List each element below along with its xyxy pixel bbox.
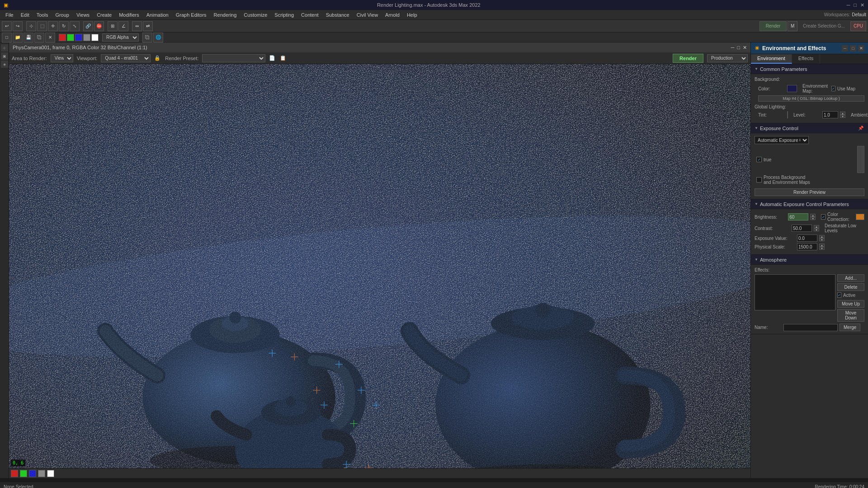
select-btn[interactable]: ⊹ [26, 21, 36, 31]
contrast-up-btn[interactable]: ▲ [814, 225, 819, 228]
tab-effects[interactable]: Effects [792, 54, 820, 64]
color-white-indicator[interactable] [47, 470, 54, 477]
atmosphere-active-cb[interactable] [837, 292, 841, 298]
effects-move-up-btn[interactable]: Move Up [837, 300, 864, 308]
tint-color-swatch[interactable] [787, 111, 788, 118]
merge-btn[interactable]: Merge [840, 324, 860, 331]
effects-delete-btn[interactable]: Delete [837, 283, 864, 291]
unlink-btn[interactable]: ⛔ [94, 21, 104, 31]
align-btn[interactable]: ⇄ [143, 21, 153, 31]
menu-edit[interactable]: Edit [17, 11, 33, 19]
menu-file[interactable]: File [2, 11, 17, 19]
exposure-pin-icon[interactable]: 📌 [858, 126, 864, 131]
contrast-spinner[interactable]: ▲ ▼ [814, 225, 819, 231]
menu-create[interactable]: Create [93, 11, 115, 19]
menu-scripting[interactable]: Scripting [271, 11, 297, 19]
contrast-down-btn[interactable]: ▼ [814, 228, 819, 231]
menu-tools[interactable]: Tools [33, 11, 52, 19]
render-preset-select[interactable] [202, 54, 265, 62]
brightness-down-btn[interactable]: ▼ [810, 217, 816, 220]
env-effects-btn[interactable]: 🌐 [153, 33, 163, 42]
menu-rendering[interactable]: Rendering [210, 11, 241, 19]
preset-icon-2[interactable]: 📋 [280, 55, 287, 61]
sidebar-icon-3[interactable]: ◈ [1, 61, 8, 68]
bg-color-swatch[interactable] [787, 85, 797, 92]
move-btn[interactable]: ✛ [48, 21, 58, 31]
map-select-btn[interactable]: Map #4 ( OSL::Bitmap Lookup ) [758, 95, 864, 102]
open-btn[interactable]: 📁 [13, 33, 23, 42]
h-scrollbar[interactable] [0, 478, 868, 482]
tab-environment[interactable]: Environment [751, 54, 792, 64]
redo-btn[interactable]: ↪ [13, 21, 23, 31]
use-map-checkbox[interactable] [831, 86, 835, 91]
effects-add-btn[interactable]: Add... [837, 274, 864, 282]
process-bg-checkbox[interactable] [756, 177, 762, 183]
level-input[interactable] [822, 111, 838, 118]
color-b-btn[interactable] [75, 34, 82, 41]
area-to-render-select[interactable]: View [51, 54, 73, 62]
scale-btn[interactable]: ⤡ [70, 21, 80, 31]
brightness-spinner[interactable]: ▲ ▼ [810, 214, 816, 220]
preset-icon-1[interactable]: 📄 [269, 55, 276, 61]
menu-modifiers[interactable]: Modifiers [115, 11, 143, 19]
color-a-btn[interactable] [83, 34, 90, 41]
name-input[interactable] [783, 324, 838, 331]
atmosphere-header[interactable]: ▼ Atmosphere [751, 255, 868, 265]
delete-btn[interactable]: ✕ [45, 33, 55, 42]
minimize-btn[interactable]: ─ [847, 2, 850, 8]
render-setup-btn[interactable]: Render [760, 21, 787, 31]
effects-move-down-btn[interactable]: Move Down [837, 309, 864, 322]
color-correction-swatch[interactable] [856, 214, 864, 220]
rotate-btn[interactable]: ↻ [59, 21, 69, 31]
link-btn[interactable]: 🔗 [83, 21, 93, 31]
menu-substance[interactable]: Substance [322, 11, 353, 19]
level-spinner[interactable]: ▲ ▼ [840, 112, 845, 118]
exposure-value-input[interactable] [797, 235, 817, 242]
new-btn[interactable]: □ [2, 33, 12, 42]
mirror-btn[interactable]: ⇔ [132, 21, 142, 31]
menu-views[interactable]: Views [73, 11, 93, 19]
level-down-btn[interactable]: ▼ [840, 115, 845, 118]
level-up-btn[interactable]: ▲ [840, 112, 845, 115]
cpu-btn[interactable]: CPU [850, 21, 866, 31]
exposure-up-btn[interactable]: ▲ [819, 235, 825, 238]
color-correction-checkbox[interactable] [821, 214, 826, 220]
viewport-select[interactable]: Quad 4 - era001 [101, 54, 151, 62]
physical-scale-spinner[interactable]: ▲ ▼ [819, 244, 825, 250]
menu-arnold[interactable]: Arnold [382, 11, 403, 19]
render-close-btn[interactable]: ✕ [743, 45, 747, 51]
menu-customize[interactable]: Customize [240, 11, 271, 19]
color-g-indicator[interactable] [20, 470, 27, 477]
color-r-btn[interactable] [59, 34, 66, 41]
exposure-down-btn[interactable]: ▼ [819, 238, 825, 241]
exposure-type-select[interactable]: Automatic Exposure Control [755, 136, 809, 144]
exposure-value-spinner[interactable]: ▲ ▼ [819, 235, 825, 241]
clone-btn[interactable]: ⿻ [34, 33, 44, 42]
color-r-indicator[interactable] [11, 470, 18, 477]
sidebar-icon-2[interactable]: ▣ [1, 52, 8, 60]
common-params-header[interactable]: ▼ Common Parameters [751, 64, 868, 74]
contrast-input[interactable] [792, 225, 812, 232]
render-maximize-btn[interactable]: □ [737, 45, 740, 51]
active-checkbox[interactable] [756, 157, 762, 162]
menu-content[interactable]: Content [297, 11, 322, 19]
physical-scale-input[interactable] [797, 243, 817, 250]
color-mono-btn[interactable] [91, 34, 99, 41]
physical-scale-down-btn[interactable]: ▼ [819, 247, 825, 250]
menu-help[interactable]: Help [403, 11, 421, 19]
brightness-up-btn[interactable]: ▲ [810, 214, 816, 217]
angle-snap-btn[interactable]: ∠ [118, 21, 128, 31]
env-restore-btn[interactable]: □ [850, 45, 856, 52]
color-g-btn[interactable] [67, 34, 74, 41]
menu-civil-view[interactable]: Civil View [353, 11, 382, 19]
render-preview-btn[interactable]: Render Preview [755, 188, 864, 196]
snap-btn[interactable]: ⊞ [108, 21, 118, 31]
color-a-indicator[interactable] [38, 470, 45, 477]
save-btn[interactable]: 💾 [24, 33, 33, 42]
effects-list[interactable] [755, 274, 835, 310]
lock-icon[interactable]: 🔒 [154, 55, 161, 61]
channel-select[interactable]: RGB Alpha [102, 33, 139, 42]
brightness-input[interactable] [788, 213, 808, 221]
aec-params-header[interactable]: ▼ Automatic Exposure Control Parameters [751, 199, 868, 209]
maximize-btn[interactable]: □ [854, 2, 857, 8]
